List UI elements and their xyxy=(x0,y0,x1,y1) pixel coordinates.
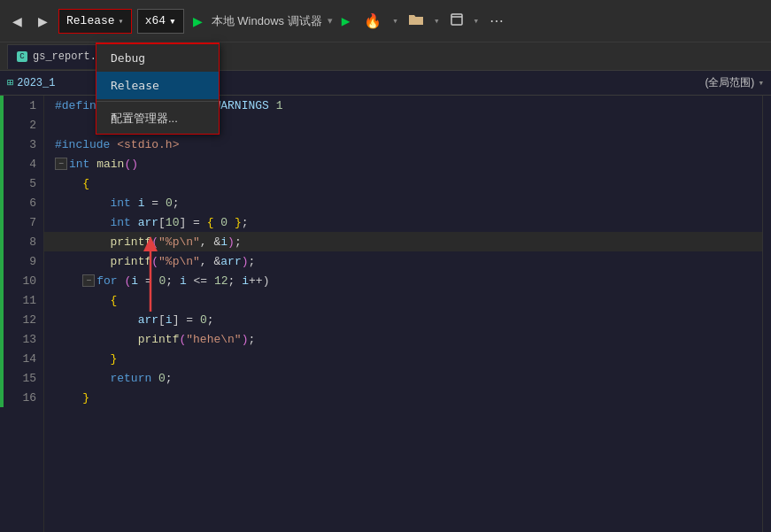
code-token: int xyxy=(110,216,130,229)
gutter-12 xyxy=(0,310,4,329)
code-token: printf xyxy=(110,235,151,249)
code-token: printf xyxy=(110,255,151,268)
gutter-4 xyxy=(0,154,4,173)
scope-dropdown: (全局范围) ▾ xyxy=(705,75,764,90)
dropdown-divider xyxy=(96,101,219,102)
run-play-button[interactable]: ▶ xyxy=(189,12,206,31)
code-area: 1 2 3 4 5 6 7 8 xyxy=(0,96,771,532)
dropdown-item-release[interactable]: Release xyxy=(96,72,219,99)
gutter-3 xyxy=(0,135,4,154)
run-button-2[interactable]: ▶ xyxy=(338,12,354,30)
gutter-2 xyxy=(0,115,4,135)
code-token: #include xyxy=(55,138,110,151)
line-num-7: 7 xyxy=(0,212,43,232)
code-line-6: int i = 0; xyxy=(44,193,762,212)
code-line-4: −int main() xyxy=(44,154,762,173)
code-token: main xyxy=(96,158,124,171)
config-label: Release xyxy=(66,14,115,27)
tab-filename: gs_report. xyxy=(33,50,96,63)
code-line-8: printf("%p\n", &i); xyxy=(44,232,762,251)
gutter-5 xyxy=(0,173,4,193)
gutter-11 xyxy=(0,290,4,310)
fold-icon-4[interactable]: − xyxy=(55,158,67,170)
fold-icon-10[interactable]: − xyxy=(82,274,95,287)
code-line-13: printf("hehe\n"); xyxy=(44,329,762,349)
code-line-10: −for (i = 0; i <= 12; i++) xyxy=(44,271,762,290)
window-button[interactable] xyxy=(445,11,468,32)
code-line-11: { xyxy=(44,290,762,310)
scope-label: (全局范围) xyxy=(705,75,754,90)
platform-label: x64 xyxy=(145,14,166,27)
dropdown-item-config-manager[interactable]: 配置管理器... xyxy=(96,104,219,134)
code-line-5: { xyxy=(44,173,762,193)
gutter-6 xyxy=(0,193,4,212)
line-num-13: 13 xyxy=(0,329,43,349)
run-arrow-icon: ▾ xyxy=(328,15,333,27)
code-line-9: printf("%p\n", &arr); xyxy=(44,251,762,271)
line-num-14: 14 xyxy=(0,349,43,368)
code-token: int xyxy=(69,158,89,171)
config-arrow-icon: ▾ xyxy=(119,16,124,27)
code-token: <stdio.h> xyxy=(117,138,179,151)
main-toolbar: ◀ ▶ Release ▾ x64 ▾ ▶ 本地 Windows 调试器 ▾ ▶… xyxy=(0,0,771,42)
folder-arrow-icon: ▾ xyxy=(434,15,440,27)
config-dropdown-button[interactable]: Release ▾ xyxy=(58,9,132,34)
line-num-4: 4 xyxy=(0,154,43,173)
back-button[interactable]: ◀ xyxy=(7,11,27,32)
fire-button[interactable]: 🔥 xyxy=(359,10,387,32)
tab-file-icon: C xyxy=(17,51,27,62)
config-dropdown-menu: Debug Release 配置管理器... xyxy=(96,42,220,135)
gutter-1 xyxy=(0,96,4,115)
line-num-2: 2 xyxy=(0,115,43,135)
gutter-7 xyxy=(0,212,4,232)
svg-rect-0 xyxy=(451,14,462,25)
more-button[interactable]: ⋯ xyxy=(484,10,509,32)
code-content[interactable]: #define _CRT_SECURE_NO_WARNINGS 1 #inclu… xyxy=(44,96,762,532)
platform-dropdown-button[interactable]: x64 ▾ xyxy=(137,9,184,34)
vertical-scrollbar[interactable] xyxy=(762,96,771,532)
code-line-7: int arr[10] = { 0 }; xyxy=(44,212,762,232)
code-line-16: } xyxy=(44,388,762,407)
code-token: () xyxy=(124,158,138,171)
gutter-16 xyxy=(0,388,4,407)
breadcrumb-icon: ⊞ xyxy=(7,76,13,89)
code-line-15: return 0; xyxy=(44,368,762,388)
code-line-3: #include <stdio.h> xyxy=(44,135,762,154)
code-token: int xyxy=(110,197,130,210)
gutter-13 xyxy=(0,329,4,349)
platform-arrow-icon: ▾ xyxy=(169,14,176,28)
line-num-6: 6 xyxy=(0,193,43,212)
line-num-16: 16 xyxy=(0,388,43,407)
scope-arrow-icon[interactable]: ▾ xyxy=(758,77,764,89)
code-token: 1 xyxy=(276,99,283,112)
line-num-8: 8 xyxy=(0,232,43,251)
gutter-10 xyxy=(0,271,4,290)
gutter-15 xyxy=(0,368,4,388)
line-num-12: 12 xyxy=(0,310,43,329)
breadcrumb-file[interactable]: 2023_1 xyxy=(17,77,55,89)
line-num-5: 5 xyxy=(0,173,43,193)
line-numbers: 1 2 3 4 5 6 7 8 xyxy=(0,96,44,532)
gutter-14 xyxy=(0,349,4,368)
window-arrow-icon: ▾ xyxy=(474,15,480,27)
line-num-15: 15 xyxy=(0,368,43,388)
line-num-3: 3 xyxy=(0,135,43,154)
line-num-9: 9 xyxy=(0,251,43,271)
code-token: { xyxy=(82,177,89,190)
line-num-1: 1 xyxy=(0,96,43,115)
gutter-8 xyxy=(0,232,4,251)
code-token: i xyxy=(138,197,145,210)
dropdown-item-debug[interactable]: Debug xyxy=(96,44,219,72)
line-num-11: 11 xyxy=(0,290,43,310)
fire-arrow-icon: ▾ xyxy=(392,15,398,27)
code-line-12: arr[i] = 0; xyxy=(44,310,762,329)
folder-button[interactable] xyxy=(404,11,428,32)
code-line-14: } xyxy=(44,349,762,368)
gutter-9 xyxy=(0,251,4,271)
line-num-10: 10 xyxy=(0,271,43,290)
run-label: 本地 Windows 调试器 xyxy=(212,13,322,29)
forward-button[interactable]: ▶ xyxy=(33,11,53,32)
